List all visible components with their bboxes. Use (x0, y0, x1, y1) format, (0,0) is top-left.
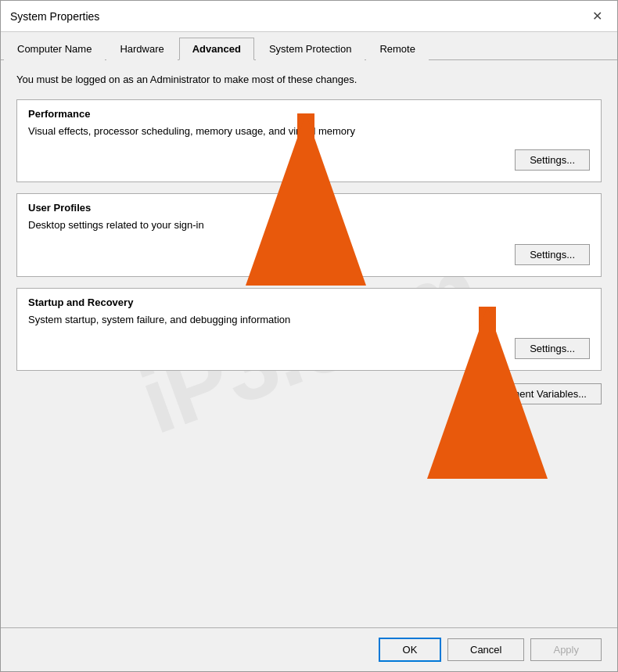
ok-button[interactable]: OK (379, 638, 441, 662)
apply-button[interactable]: Apply (530, 638, 602, 661)
window-title: System Properties (10, 10, 99, 23)
startup-recovery-desc: System startup, system failure, and debu… (28, 313, 590, 327)
performance-btn-row: Settings... (28, 149, 590, 171)
content-area: You must be logged on as an Administrato… (1, 60, 617, 627)
startup-recovery-btn-row: Settings... (28, 338, 590, 359)
admin-notice: You must be logged on as an Administrato… (16, 73, 602, 87)
startup-recovery-title: Startup and Recovery (28, 296, 590, 308)
startup-recovery-section: Startup and Recovery System startup, sys… (16, 288, 602, 371)
user-profiles-settings-button[interactable]: Settings... (515, 244, 590, 265)
cancel-button[interactable]: Cancel (447, 638, 524, 661)
tabs-bar: Computer Name Hardware Advanced System P… (1, 32, 617, 60)
user-profiles-section: User Profiles Desktop settings related t… (16, 193, 602, 276)
performance-desc: Visual effects, processor scheduling, me… (28, 124, 590, 138)
tab-remote[interactable]: Remote (366, 38, 429, 60)
startup-recovery-settings-button[interactable]: Settings... (515, 338, 590, 359)
title-bar: System Properties ✕ (1, 1, 617, 32)
tab-computer-name[interactable]: Computer Name (4, 38, 105, 60)
content-wrapper: iP3.com You must be logged on as an Admi… (1, 60, 617, 627)
user-profiles-btn-row: Settings... (28, 244, 590, 265)
close-button[interactable]: ✕ (586, 5, 608, 27)
env-variables-row: Environment Variables... (16, 383, 602, 404)
env-variables-button[interactable]: Environment Variables... (462, 383, 602, 404)
bottom-bar: OK Cancel Apply (1, 627, 617, 671)
tab-system-protection[interactable]: System Protection (256, 38, 365, 60)
performance-section: Performance Visual effects, processor sc… (16, 99, 602, 182)
performance-title: Performance (28, 108, 590, 120)
performance-settings-button[interactable]: Settings... (515, 149, 590, 171)
user-profiles-desc: Desktop settings related to your sign-in (28, 218, 590, 232)
tab-advanced[interactable]: Advanced (179, 38, 254, 60)
tab-hardware[interactable]: Hardware (106, 38, 177, 60)
system-properties-dialog: System Properties ✕ Computer Name Hardwa… (0, 0, 618, 672)
user-profiles-title: User Profiles (28, 202, 590, 214)
